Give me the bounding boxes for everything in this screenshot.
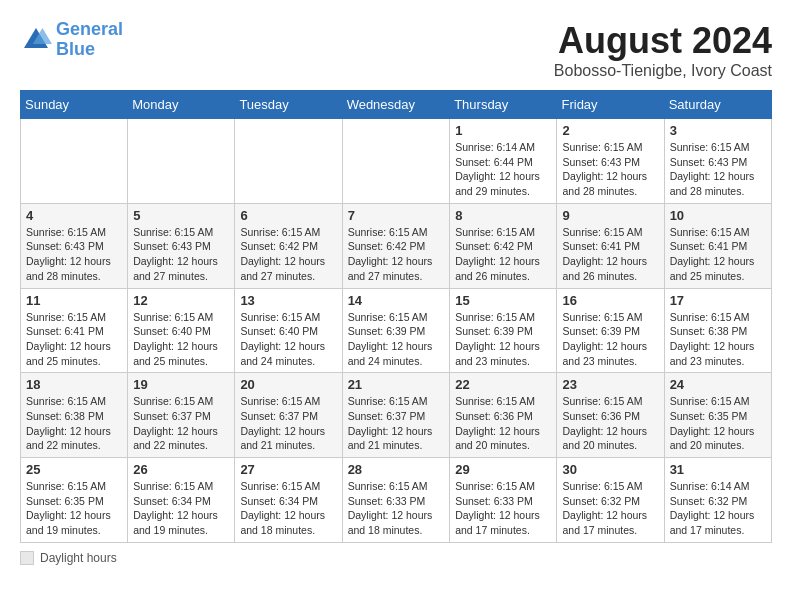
day-number: 20 — [240, 377, 336, 392]
day-number: 30 — [562, 462, 658, 477]
calendar-cell: 31Sunrise: 6:14 AM Sunset: 6:32 PM Dayli… — [664, 458, 771, 543]
week-row-2: 11Sunrise: 6:15 AM Sunset: 6:41 PM Dayli… — [21, 288, 772, 373]
day-number: 11 — [26, 293, 122, 308]
logo-icon — [20, 24, 52, 56]
header-monday: Monday — [128, 91, 235, 119]
day-info: Sunrise: 6:15 AM Sunset: 6:37 PM Dayligh… — [348, 394, 445, 453]
day-number: 13 — [240, 293, 336, 308]
month-year: August 2024 — [554, 20, 772, 62]
day-number: 1 — [455, 123, 551, 138]
page-header: General Blue August 2024 Bobosso-Tienigb… — [20, 20, 772, 80]
day-number: 21 — [348, 377, 445, 392]
day-number: 17 — [670, 293, 766, 308]
calendar-cell: 11Sunrise: 6:15 AM Sunset: 6:41 PM Dayli… — [21, 288, 128, 373]
logo-general: General — [56, 19, 123, 39]
week-row-3: 18Sunrise: 6:15 AM Sunset: 6:38 PM Dayli… — [21, 373, 772, 458]
calendar-cell: 6Sunrise: 6:15 AM Sunset: 6:42 PM Daylig… — [235, 203, 342, 288]
day-info: Sunrise: 6:15 AM Sunset: 6:33 PM Dayligh… — [348, 479, 445, 538]
day-info: Sunrise: 6:15 AM Sunset: 6:39 PM Dayligh… — [455, 310, 551, 369]
day-number: 18 — [26, 377, 122, 392]
day-info: Sunrise: 6:15 AM Sunset: 6:42 PM Dayligh… — [455, 225, 551, 284]
calendar-cell: 18Sunrise: 6:15 AM Sunset: 6:38 PM Dayli… — [21, 373, 128, 458]
footer-note: Daylight hours — [20, 551, 772, 565]
day-number: 3 — [670, 123, 766, 138]
calendar-cell: 24Sunrise: 6:15 AM Sunset: 6:35 PM Dayli… — [664, 373, 771, 458]
day-info: Sunrise: 6:15 AM Sunset: 6:40 PM Dayligh… — [133, 310, 229, 369]
header-row: SundayMondayTuesdayWednesdayThursdayFrid… — [21, 91, 772, 119]
day-number: 5 — [133, 208, 229, 223]
day-info: Sunrise: 6:15 AM Sunset: 6:38 PM Dayligh… — [670, 310, 766, 369]
day-number: 24 — [670, 377, 766, 392]
calendar-cell: 26Sunrise: 6:15 AM Sunset: 6:34 PM Dayli… — [128, 458, 235, 543]
calendar-cell: 16Sunrise: 6:15 AM Sunset: 6:39 PM Dayli… — [557, 288, 664, 373]
day-number: 9 — [562, 208, 658, 223]
week-row-4: 25Sunrise: 6:15 AM Sunset: 6:35 PM Dayli… — [21, 458, 772, 543]
header-wednesday: Wednesday — [342, 91, 450, 119]
day-info: Sunrise: 6:15 AM Sunset: 6:40 PM Dayligh… — [240, 310, 336, 369]
logo-blue: Blue — [56, 39, 95, 59]
day-info: Sunrise: 6:14 AM Sunset: 6:32 PM Dayligh… — [670, 479, 766, 538]
day-number: 15 — [455, 293, 551, 308]
day-info: Sunrise: 6:15 AM Sunset: 6:43 PM Dayligh… — [133, 225, 229, 284]
day-info: Sunrise: 6:14 AM Sunset: 6:44 PM Dayligh… — [455, 140, 551, 199]
day-info: Sunrise: 6:15 AM Sunset: 6:37 PM Dayligh… — [240, 394, 336, 453]
day-info: Sunrise: 6:15 AM Sunset: 6:41 PM Dayligh… — [670, 225, 766, 284]
day-number: 23 — [562, 377, 658, 392]
day-info: Sunrise: 6:15 AM Sunset: 6:41 PM Dayligh… — [26, 310, 122, 369]
day-info: Sunrise: 6:15 AM Sunset: 6:33 PM Dayligh… — [455, 479, 551, 538]
logo-text: General Blue — [56, 20, 123, 60]
day-info: Sunrise: 6:15 AM Sunset: 6:42 PM Dayligh… — [348, 225, 445, 284]
calendar-cell: 23Sunrise: 6:15 AM Sunset: 6:36 PM Dayli… — [557, 373, 664, 458]
calendar-cell: 8Sunrise: 6:15 AM Sunset: 6:42 PM Daylig… — [450, 203, 557, 288]
footer-label: Daylight hours — [40, 551, 117, 565]
calendar-cell: 19Sunrise: 6:15 AM Sunset: 6:37 PM Dayli… — [128, 373, 235, 458]
header-tuesday: Tuesday — [235, 91, 342, 119]
title-block: August 2024 Bobosso-Tienigbe, Ivory Coas… — [554, 20, 772, 80]
calendar-cell: 10Sunrise: 6:15 AM Sunset: 6:41 PM Dayli… — [664, 203, 771, 288]
day-info: Sunrise: 6:15 AM Sunset: 6:43 PM Dayligh… — [670, 140, 766, 199]
logo: General Blue — [20, 20, 123, 60]
calendar-cell: 9Sunrise: 6:15 AM Sunset: 6:41 PM Daylig… — [557, 203, 664, 288]
day-info: Sunrise: 6:15 AM Sunset: 6:39 PM Dayligh… — [562, 310, 658, 369]
calendar-cell: 21Sunrise: 6:15 AM Sunset: 6:37 PM Dayli… — [342, 373, 450, 458]
day-number: 2 — [562, 123, 658, 138]
calendar-cell: 27Sunrise: 6:15 AM Sunset: 6:34 PM Dayli… — [235, 458, 342, 543]
day-number: 28 — [348, 462, 445, 477]
day-number: 27 — [240, 462, 336, 477]
footer-box-icon — [20, 551, 34, 565]
day-number: 31 — [670, 462, 766, 477]
day-number: 22 — [455, 377, 551, 392]
calendar-table: SundayMondayTuesdayWednesdayThursdayFrid… — [20, 90, 772, 543]
header-saturday: Saturday — [664, 91, 771, 119]
calendar-cell: 12Sunrise: 6:15 AM Sunset: 6:40 PM Dayli… — [128, 288, 235, 373]
day-info: Sunrise: 6:15 AM Sunset: 6:32 PM Dayligh… — [562, 479, 658, 538]
calendar-cell: 30Sunrise: 6:15 AM Sunset: 6:32 PM Dayli… — [557, 458, 664, 543]
calendar-cell: 17Sunrise: 6:15 AM Sunset: 6:38 PM Dayli… — [664, 288, 771, 373]
day-info: Sunrise: 6:15 AM Sunset: 6:39 PM Dayligh… — [348, 310, 445, 369]
calendar-cell: 2Sunrise: 6:15 AM Sunset: 6:43 PM Daylig… — [557, 119, 664, 204]
calendar-cell: 29Sunrise: 6:15 AM Sunset: 6:33 PM Dayli… — [450, 458, 557, 543]
calendar-body: 1Sunrise: 6:14 AM Sunset: 6:44 PM Daylig… — [21, 119, 772, 543]
calendar-header: SundayMondayTuesdayWednesdayThursdayFrid… — [21, 91, 772, 119]
day-info: Sunrise: 6:15 AM Sunset: 6:41 PM Dayligh… — [562, 225, 658, 284]
day-number: 29 — [455, 462, 551, 477]
day-number: 14 — [348, 293, 445, 308]
week-row-1: 4Sunrise: 6:15 AM Sunset: 6:43 PM Daylig… — [21, 203, 772, 288]
day-number: 7 — [348, 208, 445, 223]
day-info: Sunrise: 6:15 AM Sunset: 6:42 PM Dayligh… — [240, 225, 336, 284]
week-row-0: 1Sunrise: 6:14 AM Sunset: 6:44 PM Daylig… — [21, 119, 772, 204]
calendar-cell: 1Sunrise: 6:14 AM Sunset: 6:44 PM Daylig… — [450, 119, 557, 204]
day-info: Sunrise: 6:15 AM Sunset: 6:34 PM Dayligh… — [240, 479, 336, 538]
calendar-cell — [21, 119, 128, 204]
calendar-cell: 3Sunrise: 6:15 AM Sunset: 6:43 PM Daylig… — [664, 119, 771, 204]
calendar-cell — [128, 119, 235, 204]
calendar-cell: 28Sunrise: 6:15 AM Sunset: 6:33 PM Dayli… — [342, 458, 450, 543]
calendar-cell — [342, 119, 450, 204]
day-info: Sunrise: 6:15 AM Sunset: 6:35 PM Dayligh… — [26, 479, 122, 538]
calendar-cell: 15Sunrise: 6:15 AM Sunset: 6:39 PM Dayli… — [450, 288, 557, 373]
day-number: 10 — [670, 208, 766, 223]
day-info: Sunrise: 6:15 AM Sunset: 6:35 PM Dayligh… — [670, 394, 766, 453]
calendar-cell: 5Sunrise: 6:15 AM Sunset: 6:43 PM Daylig… — [128, 203, 235, 288]
day-info: Sunrise: 6:15 AM Sunset: 6:36 PM Dayligh… — [562, 394, 658, 453]
calendar-cell: 22Sunrise: 6:15 AM Sunset: 6:36 PM Dayli… — [450, 373, 557, 458]
